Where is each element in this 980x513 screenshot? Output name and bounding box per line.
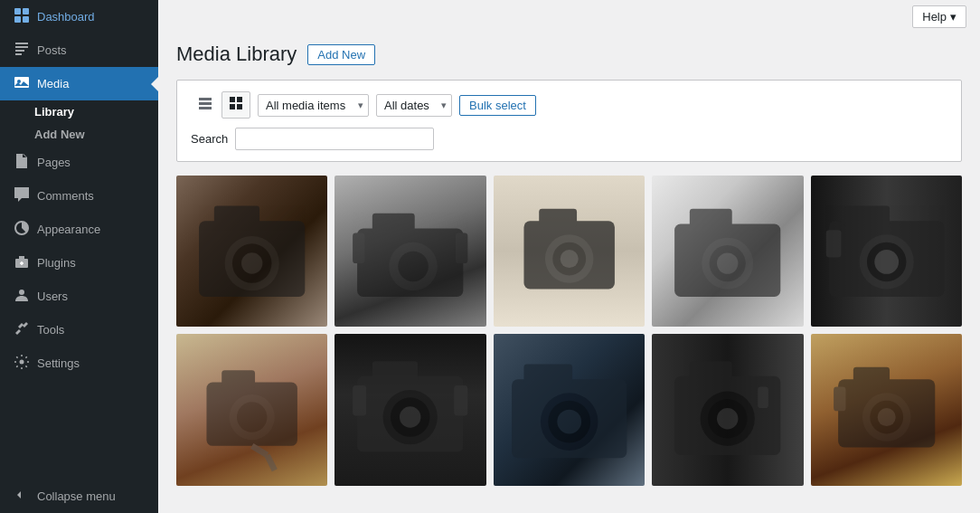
media-items-filter-wrapper: All media items <box>258 94 369 117</box>
sidebar-item-label: Comments <box>37 189 94 203</box>
media-item[interactable] <box>494 334 645 485</box>
sidebar-item-label: Users <box>37 290 68 303</box>
page-header: Media Library Add New <box>176 43 962 66</box>
svg-rect-53 <box>372 362 418 383</box>
posts-icon <box>14 41 30 60</box>
sidebar-collapse[interactable]: Collapse menu <box>0 480 158 513</box>
page-title: Media Library <box>176 43 297 66</box>
sidebar-item-label: Posts <box>37 43 67 57</box>
svg-rect-14 <box>199 107 212 109</box>
media-item[interactable] <box>652 176 803 327</box>
svg-rect-16 <box>237 97 242 102</box>
sidebar-item-posts[interactable]: Posts <box>0 33 158 67</box>
sidebar-subitem-add-new[interactable]: Add New <box>0 123 158 146</box>
sidebar-item-label: Appearance <box>37 223 100 236</box>
sidebar-item-media[interactable]: Media <box>0 67 158 100</box>
sidebar-subitem-library[interactable]: Library <box>0 100 158 123</box>
list-view-button[interactable] <box>191 91 220 119</box>
svg-rect-12 <box>199 98 212 100</box>
plugins-icon <box>14 253 30 272</box>
media-item[interactable] <box>811 176 962 327</box>
grid-view-button[interactable] <box>221 91 250 119</box>
users-icon <box>14 287 30 306</box>
bulk-select-button[interactable]: Bulk select <box>459 95 536 116</box>
svg-point-63 <box>557 410 581 434</box>
svg-rect-58 <box>455 385 468 415</box>
sidebar-item-comments[interactable]: Comments <box>0 179 158 213</box>
filter-bar: All media items All dates Bulk select Se… <box>176 80 962 162</box>
help-arrow-icon: ▾ <box>950 10 956 24</box>
svg-rect-20 <box>214 205 259 228</box>
svg-rect-47 <box>221 371 255 389</box>
svg-rect-28 <box>353 233 364 263</box>
sidebar-item-label: Tools <box>37 323 64 337</box>
content-area: Media Library Add New <box>158 33 980 513</box>
media-item[interactable] <box>652 334 803 485</box>
svg-rect-41 <box>843 205 889 226</box>
media-item[interactable] <box>176 334 327 485</box>
media-item[interactable] <box>176 176 327 327</box>
media-submenu: Library Add New <box>0 100 158 146</box>
media-active-arrow <box>151 77 158 91</box>
help-label: Help <box>922 10 947 24</box>
svg-point-44 <box>874 250 899 274</box>
media-item[interactable] <box>494 176 645 327</box>
media-icon <box>14 74 30 93</box>
dates-filter-wrapper: All dates <box>376 94 452 117</box>
svg-point-27 <box>399 252 429 281</box>
dates-filter[interactable]: All dates <box>376 94 452 117</box>
svg-rect-75 <box>834 387 845 412</box>
svg-point-11 <box>20 360 24 365</box>
svg-point-68 <box>717 408 738 429</box>
svg-point-23 <box>241 252 262 273</box>
svg-rect-1 <box>23 8 29 14</box>
svg-rect-69 <box>758 387 768 408</box>
media-item[interactable] <box>811 334 962 485</box>
svg-line-51 <box>267 455 274 470</box>
media-item[interactable] <box>335 334 485 485</box>
sidebar-item-appearance[interactable]: Appearance <box>0 213 158 246</box>
svg-point-49 <box>237 403 267 432</box>
sidebar-item-label: Pages <box>37 156 71 169</box>
sidebar-item-plugins[interactable]: Plugins <box>0 246 158 280</box>
svg-rect-17 <box>230 104 235 109</box>
svg-rect-31 <box>539 209 577 227</box>
help-button[interactable]: Help ▾ <box>912 5 966 28</box>
add-new-button[interactable]: Add New <box>307 44 375 65</box>
svg-line-50 <box>252 446 268 455</box>
sidebar-item-users[interactable]: Users <box>0 280 158 313</box>
settings-icon <box>14 354 30 373</box>
topbar: Help ▾ <box>158 0 980 33</box>
appearance-icon <box>14 220 30 239</box>
search-input[interactable] <box>235 128 434 150</box>
svg-point-74 <box>877 408 895 426</box>
svg-rect-2 <box>14 16 21 23</box>
search-label: Search <box>191 132 228 146</box>
svg-rect-45 <box>825 230 841 257</box>
sidebar-item-tools[interactable]: Tools <box>0 313 158 347</box>
sidebar-item-label: Plugins <box>37 256 76 270</box>
sidebar-item-pages[interactable]: Pages <box>0 146 158 179</box>
svg-rect-60 <box>523 365 572 385</box>
svg-rect-29 <box>456 233 467 263</box>
filter-row: All media items All dates Bulk select <box>191 91 947 119</box>
tools-icon <box>14 320 30 339</box>
sidebar: Dashboard Posts Media Library Add New <box>0 0 158 513</box>
sidebar-item-settings[interactable]: Settings <box>0 347 158 380</box>
collapse-icon <box>14 487 30 506</box>
media-items-filter[interactable]: All media items <box>258 94 369 117</box>
svg-point-10 <box>19 290 24 295</box>
pages-icon <box>14 153 30 172</box>
media-item[interactable] <box>335 176 485 327</box>
dashboard-icon <box>14 7 30 26</box>
sidebar-item-dashboard[interactable]: Dashboard <box>0 0 158 33</box>
collapse-label: Collapse menu <box>37 489 116 503</box>
svg-rect-71 <box>853 367 889 385</box>
svg-rect-65 <box>690 362 732 383</box>
svg-rect-15 <box>230 97 235 102</box>
svg-rect-25 <box>372 214 415 234</box>
sidebar-item-label: Media <box>37 77 69 90</box>
svg-point-34 <box>560 250 578 268</box>
svg-rect-57 <box>353 385 366 415</box>
sidebar-item-label: Settings <box>37 356 80 370</box>
